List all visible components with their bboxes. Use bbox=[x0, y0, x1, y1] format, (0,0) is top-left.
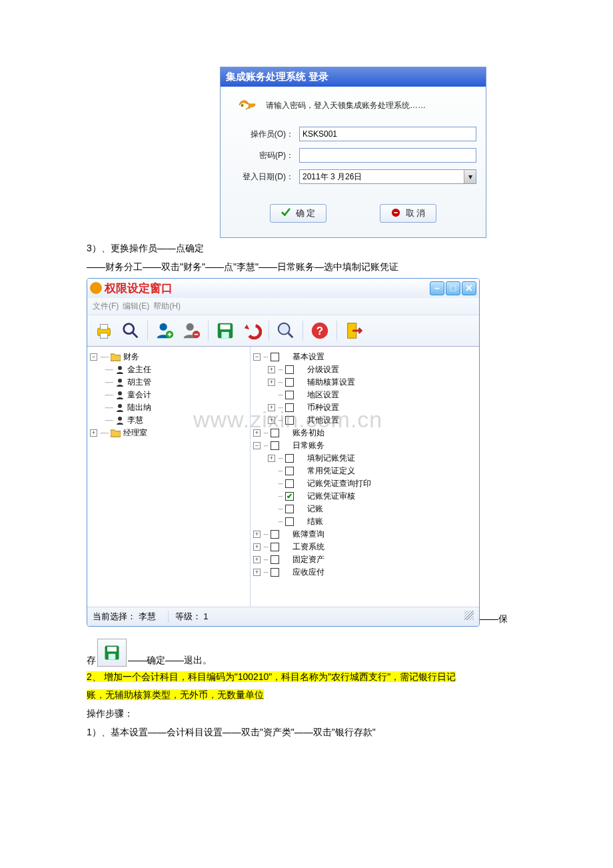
svg-text:?: ? bbox=[316, 324, 323, 337]
checkbox[interactable] bbox=[285, 403, 294, 412]
expander-icon[interactable]: − bbox=[90, 353, 97, 361]
close-icon: ✕ bbox=[465, 283, 473, 293]
tree-item[interactable]: 记账 bbox=[307, 503, 323, 515]
toolbar-print-icon[interactable] bbox=[93, 319, 115, 342]
person-icon bbox=[115, 365, 125, 374]
tree-item[interactable]: 币种设置 bbox=[307, 402, 339, 413]
tree-item[interactable]: 地区设置 bbox=[307, 389, 339, 401]
tree-daily[interactable]: 日常账务 bbox=[293, 440, 324, 451]
expander-icon[interactable]: + bbox=[268, 404, 275, 411]
tree-person[interactable]: 陆出纳 bbox=[127, 402, 151, 413]
checkbox[interactable] bbox=[285, 467, 294, 475]
para-save-prefix: 存 bbox=[87, 655, 96, 667]
password-label: 密码(P)： bbox=[230, 150, 294, 161]
dropdown-button[interactable]: ▾ bbox=[464, 170, 476, 183]
resize-grip-icon[interactable] bbox=[464, 611, 474, 620]
expander-icon[interactable]: + bbox=[253, 556, 261, 563]
expander-icon[interactable]: + bbox=[253, 543, 261, 551]
tree-basic[interactable]: 基本设置 bbox=[293, 351, 324, 363]
checkbox[interactable] bbox=[285, 365, 294, 374]
tree-item[interactable]: 常用凭证定义 bbox=[307, 465, 355, 477]
expander-icon[interactable]: + bbox=[253, 429, 261, 437]
svg-rect-4 bbox=[100, 333, 107, 338]
expander-icon[interactable]: + bbox=[268, 417, 275, 424]
checkbox-checked[interactable]: ✔ bbox=[285, 492, 294, 501]
minimize-button[interactable]: – bbox=[430, 281, 444, 295]
login-window: 集成账务处理系统 登录 请输入密码，登入天顿集成账务处理系统…… 操作员(O)：… bbox=[220, 67, 486, 238]
tree-person[interactable]: 童会计 bbox=[127, 389, 151, 401]
tree-item[interactable]: 结账 bbox=[307, 516, 323, 527]
permission-title: 权限设定窗口 bbox=[105, 281, 430, 296]
tree-item[interactable]: 分级设置 bbox=[307, 364, 339, 375]
tree-item[interactable]: 其他设置 bbox=[307, 415, 339, 426]
expander-icon[interactable]: − bbox=[253, 442, 261, 449]
cancel-button[interactable]: 取 消 bbox=[380, 204, 437, 223]
checkbox[interactable] bbox=[271, 441, 279, 450]
left-tree-panel: − ······· 财务 ·······金主任 ·······胡主管 ·····… bbox=[87, 347, 251, 607]
highlight-line-1: 2、 增加一个会计科目，科目编码为"100210"，科目名称为"农行城西支行"，… bbox=[87, 671, 456, 682]
tree-item[interactable]: 辅助核算设置 bbox=[307, 377, 355, 388]
operator-input[interactable] bbox=[299, 127, 476, 141]
login-date-input[interactable] bbox=[300, 170, 464, 183]
para-steps-label: 操作步骤： bbox=[87, 706, 526, 722]
tree-person[interactable]: 胡主管 bbox=[127, 377, 151, 388]
checkbox[interactable] bbox=[271, 555, 279, 564]
toolbar-zoom-icon[interactable] bbox=[275, 319, 297, 342]
password-input[interactable] bbox=[299, 148, 476, 163]
expander-icon[interactable]: + bbox=[253, 531, 261, 538]
expander-icon[interactable]: − bbox=[253, 353, 261, 361]
svg-point-21 bbox=[118, 417, 122, 421]
menu-help[interactable]: 帮助(H) bbox=[153, 301, 181, 312]
tree-person[interactable]: 金主任 bbox=[127, 364, 151, 375]
ok-label: 确 定 bbox=[296, 207, 316, 219]
svg-point-5 bbox=[124, 323, 134, 333]
checkbox[interactable] bbox=[285, 416, 294, 425]
checkbox[interactable] bbox=[271, 543, 279, 551]
tree-person[interactable]: 李慧 bbox=[127, 415, 143, 426]
toolbar-undo-icon[interactable] bbox=[241, 319, 263, 342]
checkbox[interactable] bbox=[285, 517, 294, 526]
tree-fixed-assets[interactable]: 固定资产 bbox=[293, 554, 324, 565]
tree-item[interactable]: 填制记账凭证 bbox=[307, 453, 355, 464]
menu-file[interactable]: 文件(F) bbox=[93, 301, 119, 312]
checkbox[interactable] bbox=[271, 429, 279, 437]
checkbox[interactable] bbox=[285, 378, 294, 387]
expander-icon[interactable]: + bbox=[90, 429, 97, 437]
tree-payroll[interactable]: 工资系统 bbox=[293, 541, 324, 553]
tree-finance[interactable]: 财务 bbox=[123, 351, 139, 363]
checkbox[interactable] bbox=[271, 353, 279, 361]
checkbox[interactable] bbox=[271, 568, 279, 577]
expander-icon[interactable]: + bbox=[268, 455, 275, 462]
login-date-field[interactable]: ▾ bbox=[299, 169, 476, 184]
check-icon bbox=[281, 208, 291, 219]
login-titlebar: 集成账务处理系统 登录 bbox=[221, 67, 486, 87]
ok-button[interactable]: 确 定 bbox=[270, 204, 327, 223]
tree-arap[interactable]: 应收应付 bbox=[293, 567, 324, 578]
tree-item[interactable]: 记账凭证查询打印 bbox=[307, 478, 371, 489]
checkbox[interactable] bbox=[285, 454, 294, 463]
tree-book-query[interactable]: 账簿查询 bbox=[293, 529, 324, 540]
save-toolbar-button[interactable] bbox=[97, 639, 127, 667]
tree-item[interactable]: 记账凭证审核 bbox=[307, 491, 355, 502]
checkbox[interactable] bbox=[271, 530, 279, 539]
toolbar-help-icon[interactable]: ? bbox=[308, 319, 331, 342]
close-button[interactable]: ✕ bbox=[462, 281, 476, 295]
toolbar-save-icon[interactable] bbox=[214, 319, 237, 342]
menu-edit[interactable]: 编辑(E) bbox=[123, 301, 149, 312]
person-icon bbox=[115, 416, 125, 425]
tree-acct-init[interactable]: 账务初始 bbox=[293, 427, 324, 439]
checkbox[interactable] bbox=[285, 479, 294, 488]
expander-icon[interactable]: + bbox=[268, 366, 275, 373]
expander-icon[interactable]: + bbox=[253, 569, 261, 576]
toolbar-user-remove-icon[interactable] bbox=[180, 319, 203, 342]
toolbar-search-icon[interactable] bbox=[119, 319, 142, 342]
checkbox[interactable] bbox=[285, 391, 294, 399]
checkbox[interactable] bbox=[285, 505, 294, 513]
highlight-line-2: 账，无辅助核算类型，无外币，无数量单位 bbox=[87, 689, 264, 700]
maximize-button[interactable]: □ bbox=[446, 281, 460, 295]
toolbar-exit-icon[interactable] bbox=[342, 319, 365, 342]
toolbar-user-add-icon[interactable] bbox=[153, 319, 176, 342]
key-icon bbox=[237, 97, 259, 113]
expander-icon[interactable]: + bbox=[268, 379, 275, 386]
tree-manager-office[interactable]: 经理室 bbox=[123, 427, 147, 439]
